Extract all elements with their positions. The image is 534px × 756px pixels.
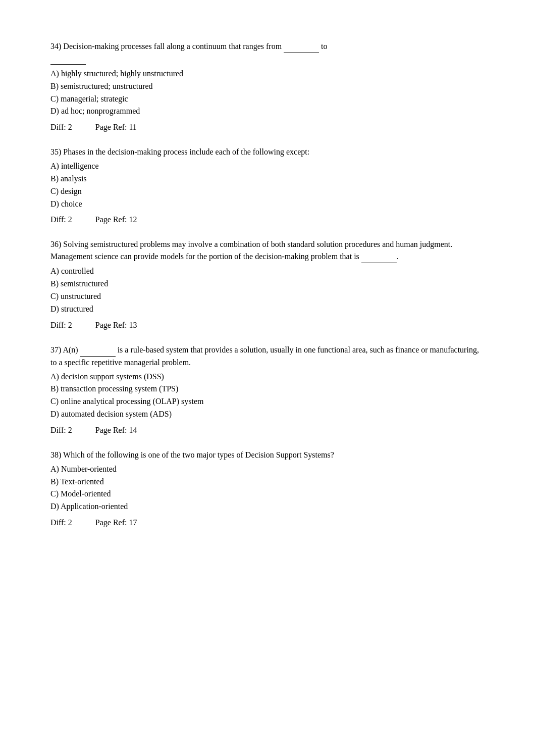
question-35-options: A) intelligence B) analysis C) design D)… (50, 160, 484, 210)
option-36c: C) unstructured (50, 290, 484, 303)
option-34b: B) semistructured; unstructured (50, 80, 484, 93)
option-37c: C) online analytical processing (OLAP) s… (50, 395, 484, 408)
option-36d: D) structured (50, 303, 484, 316)
question-34-options: A) highly structured; highly unstructure… (50, 68, 484, 118)
diff-38-label: Diff: 2 (50, 518, 72, 527)
question-38-text: 38) Which of the following is one of the… (50, 449, 484, 461)
question-36-text: 36) Solving semistructured problems may … (50, 238, 484, 263)
option-37b: B) transaction processing system (TPS) (50, 383, 484, 395)
diff-37: Diff: 2 Page Ref: 14 (50, 426, 484, 435)
pageref-35-label: Page Ref: 12 (95, 215, 137, 224)
diff-34: Diff: 2 Page Ref: 11 (50, 123, 484, 132)
page-content: 34) Decision-making processes fall along… (0, 0, 534, 582)
diff-34-label: Diff: 2 (50, 123, 72, 131)
diff-36-label: Diff: 2 (50, 321, 72, 329)
diff-36: Diff: 2 Page Ref: 13 (50, 321, 484, 330)
blank-36 (361, 250, 397, 263)
option-35d: D) choice (50, 198, 484, 211)
option-35c: C) design (50, 185, 484, 198)
question-35: 35) Phases in the decision-making proces… (50, 146, 484, 224)
blank-34a (284, 40, 319, 53)
option-38c: C) Model-oriented (50, 488, 484, 500)
question-37-text: 37) A(n) is a rule-based system that pro… (50, 344, 484, 369)
pageref-34-label: Page Ref: 11 (95, 123, 137, 131)
option-34c: C) managerial; strategic (50, 93, 484, 106)
blank-37 (80, 344, 116, 357)
option-35b: B) analysis (50, 173, 484, 185)
option-34a: A) highly structured; highly unstructure… (50, 68, 484, 80)
option-34d: D) ad hoc; nonprogrammed (50, 105, 484, 118)
option-36b: B) semistructured (50, 278, 484, 290)
blank-34b (50, 55, 86, 65)
question-36-options: A) controlled B) semistructured C) unstr… (50, 265, 484, 315)
question-37: 37) A(n) is a rule-based system that pro… (50, 344, 484, 435)
option-38d: D) Application-oriented (50, 500, 484, 513)
diff-35: Diff: 2 Page Ref: 12 (50, 215, 484, 224)
option-36a: A) controlled (50, 265, 484, 278)
option-37d: D) automated decision system (ADS) (50, 408, 484, 421)
option-35a: A) intelligence (50, 160, 484, 173)
question-34: 34) Decision-making processes fall along… (50, 40, 484, 132)
pageref-36-label: Page Ref: 13 (95, 321, 137, 329)
option-37a: A) decision support systems (DSS) (50, 371, 484, 383)
pageref-37-label: Page Ref: 14 (95, 426, 137, 434)
question-38-options: A) Number-oriented B) Text-oriented C) M… (50, 463, 484, 513)
question-35-text: 35) Phases in the decision-making proces… (50, 146, 484, 158)
diff-35-label: Diff: 2 (50, 215, 72, 224)
question-34-text: 34) Decision-making processes fall along… (50, 40, 484, 53)
pageref-38-label: Page Ref: 17 (95, 518, 137, 527)
diff-37-label: Diff: 2 (50, 426, 72, 434)
diff-38: Diff: 2 Page Ref: 17 (50, 518, 484, 527)
option-38b: B) Text-oriented (50, 476, 484, 488)
question-38: 38) Which of the following is one of the… (50, 449, 484, 527)
question-37-options: A) decision support systems (DSS) B) tra… (50, 371, 484, 421)
option-38a: A) Number-oriented (50, 463, 484, 476)
question-36: 36) Solving semistructured problems may … (50, 238, 484, 329)
